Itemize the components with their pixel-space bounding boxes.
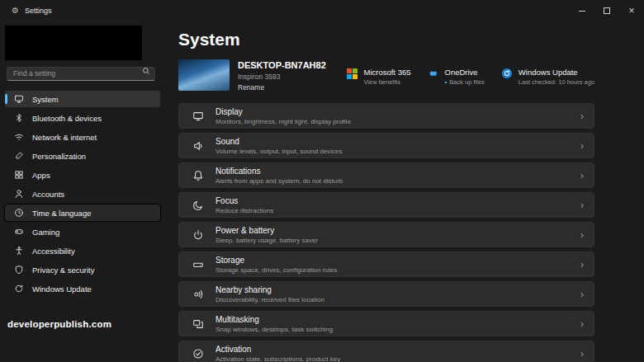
sidebar-item-label: System [32,95,59,104]
sidebar-item-apps[interactable]: Apps [5,167,160,183]
chevron-right-icon: › [580,111,584,121]
settings-row-title: Focus [215,196,273,205]
status-tiles: Microsoft 365 View benefits OneDrive •Ba… [346,59,594,86]
sidebar-item-gaming[interactable]: Gaming [5,223,160,240]
multitasking-windows-icon [192,317,204,330]
tile-subtitle: Back up files [449,78,485,86]
maximize-icon [604,7,610,14]
sidebar-item-label: Personalization [32,152,86,161]
settings-row-title: Display [215,107,351,116]
storage-drive-icon [192,258,204,270]
settings-row-title: Activation [215,345,340,354]
sidebar-item-system[interactable]: System [5,91,160,107]
close-button[interactable]: × [619,0,644,21]
tile-windows-update[interactable]: Windows Update Last checked: 10 hours ag… [501,68,594,86]
settings-row-nearby-sharing[interactable]: Nearby sharing Discoverability, received… [178,281,594,307]
settings-gear-icon: ⚙ [12,7,19,15]
tile-subtitle: View benefits [363,78,410,86]
settings-row-multitasking[interactable]: Multitasking Snap windows, desktops, tas… [178,311,594,336]
tile-subtitle: Last checked: 10 hours ago [519,78,594,86]
sidebar-item-label: Gaming [32,228,59,237]
chevron-right-icon: › [580,171,584,181]
settings-row-focus[interactable]: Focus Reduce distractions › [178,192,594,218]
tile-microsoft-365[interactable]: Microsoft 365 View benefits [346,68,410,86]
sidebar-item-label: Windows Update [32,284,92,294]
update-refresh-icon [13,284,24,294]
settings-row-title: Power & battery [215,226,318,235]
device-header: DESKTOP-BN7AH82 Inspiron 3593 Rename Mic… [178,59,594,92]
sidebar-item-windows-update[interactable]: Windows Update [5,280,160,297]
tile-title: OneDrive [445,68,485,77]
sidebar-item-label: Privacy & security [32,266,95,275]
sidebar-item-personalization[interactable]: Personalization [5,148,160,164]
wifi-icon [13,132,24,143]
sidebar-item-network-internet[interactable]: Network & internet [5,129,160,145]
settings-row-activation[interactable]: Activation Activation state, subscriptio… [178,341,594,362]
search-box [7,64,155,81]
bluetooth-icon [13,113,24,124]
settings-row-description: Monitors, brightness, night light, displ… [215,118,351,125]
settings-row-title: Storage [215,256,337,265]
chevron-right-icon: › [580,230,584,240]
settings-row-description: Volume levels, output, input, sound devi… [215,148,342,155]
device-info: DESKTOP-BN7AH82 Inspiron 3593 Rename [178,59,326,92]
power-icon [192,228,204,241]
settings-row-display[interactable]: Display Monitors, brightness, night ligh… [178,103,594,129]
chevron-right-icon: › [580,200,584,210]
settings-window: ⚙ Settings × [0,0,644,362]
user-profile-redacted[interactable] [5,26,142,60]
tile-title: Microsoft 365 [363,68,410,77]
sidebar: System Bluetooth & devices Network & int… [0,21,165,362]
gamepad-icon [13,227,24,237]
bell-icon [192,169,204,181]
sidebar-item-accounts[interactable]: Accounts [5,186,160,202]
sidebar-item-bluetooth-devices[interactable]: Bluetooth & devices [5,110,160,126]
sidebar-item-time-language[interactable]: Time & language [5,205,160,221]
search-input[interactable] [7,67,155,81]
settings-row-title: Nearby sharing [215,285,324,294]
sidebar-item-label: Time & language [32,209,91,218]
clock-icon [13,208,24,219]
settings-row-description: Discoverability, received files location [215,296,324,303]
settings-row-sound[interactable]: Sound Volume levels, output, input, soun… [178,133,594,158]
close-icon: × [628,6,634,16]
minimize-button[interactable] [570,0,594,21]
tile-subtitle-wrap: •Back up files [445,78,485,86]
tile-title: Windows Update [519,68,594,77]
chevron-right-icon: › [580,289,584,299]
sidebar-item-label: Apps [32,171,50,180]
settings-row-description: Activation state, subscriptions, product… [215,355,340,362]
device-meta: DESKTOP-BN7AH82 Inspiron 3593 Rename [238,59,326,92]
active-indicator [5,94,7,104]
chevron-right-icon: › [580,141,584,151]
rename-button[interactable]: Rename [238,83,326,92]
settings-row-storage[interactable]: Storage Storage space, drives, configura… [178,252,594,277]
search-icon [142,67,150,75]
device-thumbnail [178,59,230,91]
settings-row-title: Notifications [215,167,343,176]
window-controls: × [570,0,644,21]
onedrive-status-icon: • [445,78,447,86]
settings-row-title: Sound [215,137,342,146]
shield-icon [13,265,24,275]
sidebar-item-label: Accessibility [32,247,75,256]
main-content: System DESKTOP-BN7AH82 Inspiron 3593 Ren… [165,21,644,362]
settings-row-power-battery[interactable]: Power & battery Sleep, battery usage, ba… [178,222,594,247]
windows-update-icon [501,68,513,79]
settings-row-title: Multitasking [215,315,333,324]
moon-icon [192,199,204,211]
sidebar-item-accessibility[interactable]: Accessibility [5,242,160,259]
sidebar-nav: System Bluetooth & devices Network & int… [0,90,165,299]
device-name: DESKTOP-BN7AH82 [238,60,326,70]
settings-row-notifications[interactable]: Notifications Alerts from apps and syste… [178,162,594,188]
sidebar-item-privacy-security[interactable]: Privacy & security [5,261,160,278]
maximize-button[interactable] [594,0,619,21]
monitor-icon [13,94,24,105]
personalization-brush-icon [13,151,24,162]
settings-row-description: Alerts from apps and system, do not dist… [215,177,343,185]
device-model: Inspiron 3593 [238,73,326,81]
apps-grid-icon [13,170,24,181]
tile-onedrive[interactable]: OneDrive •Back up files [428,68,485,86]
onedrive-cloud-icon [428,68,439,79]
page-title: System [178,30,594,49]
